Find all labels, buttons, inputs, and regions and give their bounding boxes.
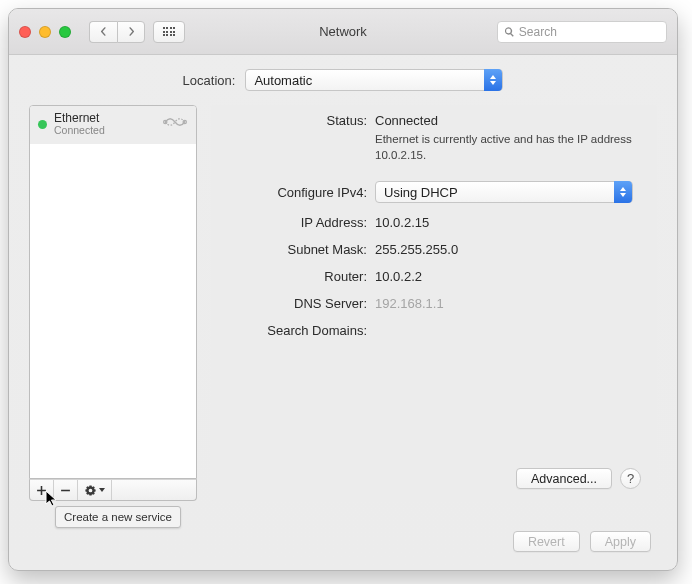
status-row: Status: Connected Ethernet is currently … (227, 113, 641, 163)
location-value: Automatic (254, 73, 312, 88)
ip-label: IP Address: (227, 215, 375, 230)
sidebar-footer (29, 479, 197, 501)
service-status: Connected (54, 125, 105, 137)
dns-label: DNS Server: (227, 296, 375, 311)
ip-row: IP Address: 10.0.2.15 (227, 215, 641, 230)
status-label: Status: (227, 113, 375, 128)
search-input[interactable] (519, 25, 660, 39)
show-all-button[interactable] (153, 21, 185, 43)
add-service-button[interactable] (30, 480, 54, 500)
select-arrows-icon (614, 181, 632, 203)
window-controls (19, 26, 71, 38)
search-domains-row: Search Domains: (227, 323, 641, 338)
status-value-block: Connected Ethernet is currently active a… (375, 113, 641, 163)
ethernet-icon (162, 113, 188, 135)
revert-button[interactable]: Revert (513, 531, 580, 552)
chevron-left-icon (99, 27, 108, 36)
dns-value: 192.168.1.1 (375, 296, 641, 311)
grid-icon (163, 27, 176, 36)
network-preferences-window: Network Location: Automatic Ethernet (8, 8, 678, 571)
nav-buttons (89, 21, 145, 43)
service-detail: Status: Connected Ethernet is currently … (211, 105, 657, 501)
search-icon (504, 26, 515, 38)
service-list[interactable]: Ethernet Connected (29, 105, 197, 479)
select-arrows-icon (484, 69, 502, 91)
configure-value: Using DHCP (384, 185, 458, 200)
location-select[interactable]: Automatic (245, 69, 503, 91)
configure-row: Configure IPv4: Using DHCP (227, 181, 641, 203)
configure-value-wrap: Using DHCP (375, 181, 641, 203)
router-row: Router: 10.0.2.2 (227, 269, 641, 284)
subnet-label: Subnet Mask: (227, 242, 375, 257)
close-button[interactable] (19, 26, 31, 38)
chevron-right-icon (127, 27, 136, 36)
status-dot-icon (38, 120, 47, 129)
location-row: Location: Automatic (29, 69, 657, 91)
location-label: Location: (183, 73, 236, 88)
remove-service-button[interactable] (54, 480, 78, 500)
plus-icon (36, 485, 47, 496)
configure-ipv4-select[interactable]: Using DHCP (375, 181, 633, 203)
zoom-button[interactable] (59, 26, 71, 38)
chevron-down-icon (99, 488, 105, 492)
search-domains-label: Search Domains: (227, 323, 375, 338)
forward-button[interactable] (117, 21, 145, 43)
advanced-button[interactable]: Advanced... (516, 468, 612, 489)
services-sidebar: Ethernet Connected (29, 105, 197, 501)
panes: Ethernet Connected (29, 105, 657, 501)
router-value: 10.0.2.2 (375, 269, 641, 284)
search-field[interactable] (497, 21, 667, 43)
tooltip: Create a new service (55, 506, 181, 528)
gear-icon (84, 484, 97, 497)
router-label: Router: (227, 269, 375, 284)
ip-value: 10.0.2.15 (375, 215, 641, 230)
minimize-button[interactable] (39, 26, 51, 38)
help-button[interactable]: ? (620, 468, 641, 489)
status-description: Ethernet is currently active and has the… (375, 132, 635, 163)
service-item-ethernet[interactable]: Ethernet Connected (30, 106, 196, 144)
action-row: Revert Apply (29, 531, 657, 552)
dns-row: DNS Server: 192.168.1.1 (227, 296, 641, 311)
back-button[interactable] (89, 21, 117, 43)
service-text: Ethernet Connected (54, 112, 105, 137)
apply-button[interactable]: Apply (590, 531, 651, 552)
status-value: Connected (375, 113, 641, 128)
subnet-value: 255.255.255.0 (375, 242, 641, 257)
subnet-row: Subnet Mask: 255.255.255.0 (227, 242, 641, 257)
detail-bottom-row: Advanced... ? (227, 468, 641, 489)
titlebar: Network (9, 9, 677, 55)
content-area: Location: Automatic Ethernet Connected (9, 55, 677, 570)
minus-icon (60, 485, 71, 496)
service-actions-button[interactable] (78, 480, 112, 500)
configure-label: Configure IPv4: (227, 185, 375, 200)
